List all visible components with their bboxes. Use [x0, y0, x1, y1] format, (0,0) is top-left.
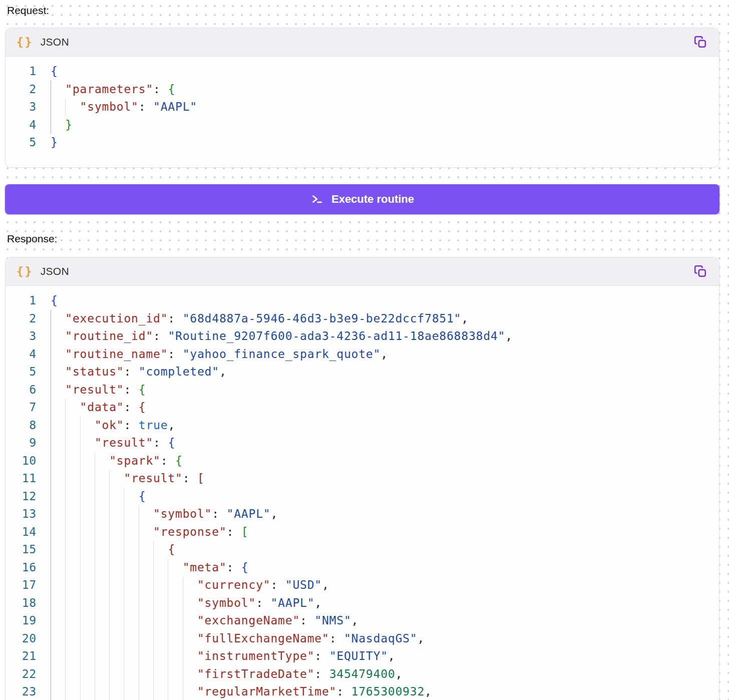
- indent-guide: [124, 594, 138, 612]
- code-line: 5"status": "completed",: [6, 363, 719, 381]
- indent-guide: [65, 630, 80, 648]
- indent-guide: [51, 594, 65, 612]
- line-number: 2: [6, 310, 37, 328]
- code-line-content: "spark": {: [51, 452, 183, 470]
- indent-guide: [51, 363, 65, 381]
- page: Request: {} JSON 1{2"parameters": {3"sym…: [0, 0, 729, 700]
- line-number: 23: [6, 683, 37, 700]
- code-line-content: "result": [: [51, 470, 205, 488]
- indent-guide: [65, 594, 80, 612]
- indent-guide: [168, 647, 182, 665]
- indent-guide: [95, 647, 109, 665]
- indent-guide: [80, 630, 95, 648]
- code-language-label: JSON: [41, 265, 69, 277]
- indent-guide: [153, 665, 168, 683]
- line-number: 2: [6, 81, 37, 99]
- json-braces-icon: {}: [17, 36, 34, 49]
- code-line: 12{: [6, 488, 719, 506]
- indent-guide: [124, 630, 138, 648]
- indent-guide: [80, 505, 95, 523]
- line-number: 7: [6, 399, 37, 417]
- indent-guide: [183, 630, 197, 648]
- indent-guide: [95, 505, 109, 523]
- indent-guide: [124, 576, 138, 594]
- code-line-content: {: [51, 63, 58, 81]
- indent-guide: [168, 559, 182, 577]
- indent-guide: [65, 523, 80, 541]
- indent-guide: [183, 612, 197, 630]
- indent-guide: [109, 523, 124, 541]
- indent-guide: [124, 488, 138, 506]
- indent-guide: [65, 98, 80, 116]
- indent-guide: [51, 116, 65, 134]
- indent-guide: [95, 594, 109, 612]
- indent-guide: [95, 470, 109, 488]
- indent-guide: [65, 505, 80, 523]
- indent-guide: [109, 505, 124, 523]
- request-code-block: {} JSON 1{2"parameters": {3"symbol": "AA…: [5, 28, 719, 168]
- indent-guide: [95, 523, 109, 541]
- indent-guide: [109, 576, 124, 594]
- request-code-body: 1{2"parameters": {3"symbol": "AAPL"4}5}: [6, 57, 719, 162]
- indent-guide: [65, 647, 80, 665]
- indent-guide: [109, 683, 124, 700]
- indent-guide: [80, 470, 95, 488]
- indent-guide: [109, 541, 124, 559]
- indent-guide: [139, 594, 153, 612]
- indent-guide: [139, 541, 153, 559]
- indent-guide: [124, 683, 138, 700]
- indent-guide: [80, 488, 95, 506]
- indent-guide: [65, 576, 80, 594]
- code-line: 3"routine_id": "Routine_9207f600-ada3-42…: [6, 327, 719, 345]
- indent-guide: [95, 612, 109, 630]
- execute-routine-label: Execute routine: [331, 193, 414, 206]
- indent-guide: [51, 98, 65, 116]
- indent-guide: [80, 665, 95, 683]
- indent-guide: [139, 576, 153, 594]
- indent-guide: [153, 647, 168, 665]
- code-line-content: "execution_id": "68d4887a-5946-46d3-b3e9…: [51, 310, 469, 328]
- indent-guide: [168, 612, 182, 630]
- line-number: 17: [6, 576, 37, 594]
- indent-guide: [80, 683, 95, 700]
- indent-guide: [153, 630, 168, 648]
- indent-guide: [51, 523, 65, 541]
- indent-guide: [95, 452, 109, 470]
- code-line: 18"symbol": "AAPL",: [6, 594, 719, 612]
- indent-guide: [183, 683, 197, 700]
- code-line: 4}: [6, 116, 719, 134]
- code-line-content: "ok": true,: [51, 417, 175, 435]
- indent-guide: [65, 541, 80, 559]
- code-line: 1{: [6, 292, 719, 310]
- indent-guide: [139, 505, 153, 523]
- indent-guide: [153, 612, 168, 630]
- indent-guide: [51, 381, 65, 399]
- indent-guide: [65, 434, 80, 452]
- indent-guide: [109, 630, 124, 648]
- indent-guide: [95, 488, 109, 506]
- indent-guide: [183, 647, 197, 665]
- response-copy-button[interactable]: [692, 263, 709, 280]
- indent-guide: [51, 327, 65, 345]
- indent-guide: [139, 559, 153, 577]
- indent-guide: [51, 505, 65, 523]
- code-line: 2"execution_id": "68d4887a-5946-46d3-b3e…: [6, 310, 719, 328]
- code-line-content: "regularMarketTime": 1765300932,: [51, 683, 432, 700]
- code-line-content: "currency": "USD",: [51, 576, 329, 594]
- indent-guide: [65, 559, 80, 577]
- request-copy-button[interactable]: [692, 34, 709, 51]
- indent-guide: [139, 647, 153, 665]
- line-number: 21: [6, 647, 37, 665]
- code-line-content: "parameters": {: [51, 81, 175, 99]
- line-number: 16: [6, 559, 37, 577]
- indent-guide: [139, 612, 153, 630]
- indent-guide: [124, 505, 138, 523]
- indent-guide: [65, 683, 80, 700]
- indent-guide: [80, 417, 95, 435]
- indent-guide: [51, 683, 65, 700]
- execute-routine-button[interactable]: Execute routine: [5, 184, 719, 214]
- indent-guide: [51, 559, 65, 577]
- line-number: 6: [6, 381, 37, 399]
- code-line-content: }: [51, 116, 73, 134]
- code-line-content: {: [51, 292, 58, 310]
